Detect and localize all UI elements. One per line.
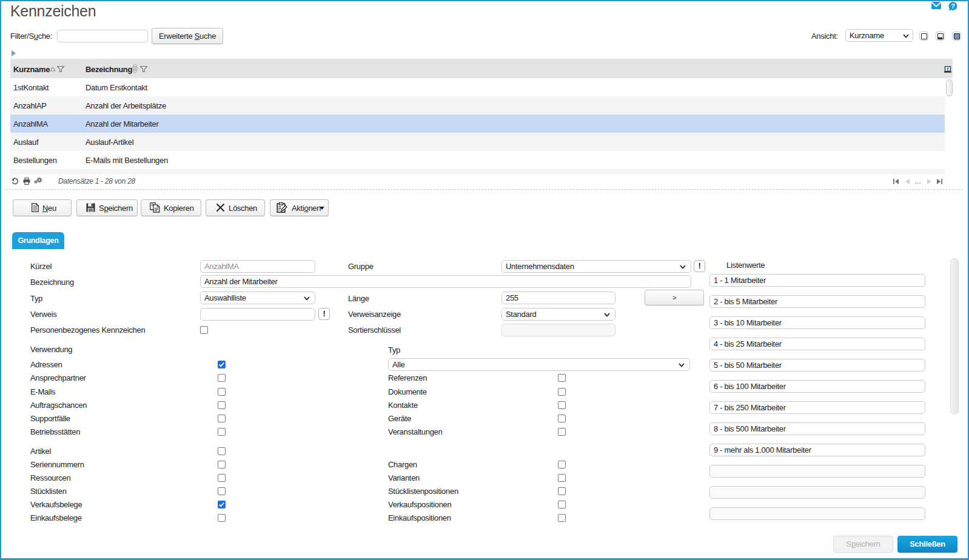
- svg-text:?: ?: [951, 2, 955, 10]
